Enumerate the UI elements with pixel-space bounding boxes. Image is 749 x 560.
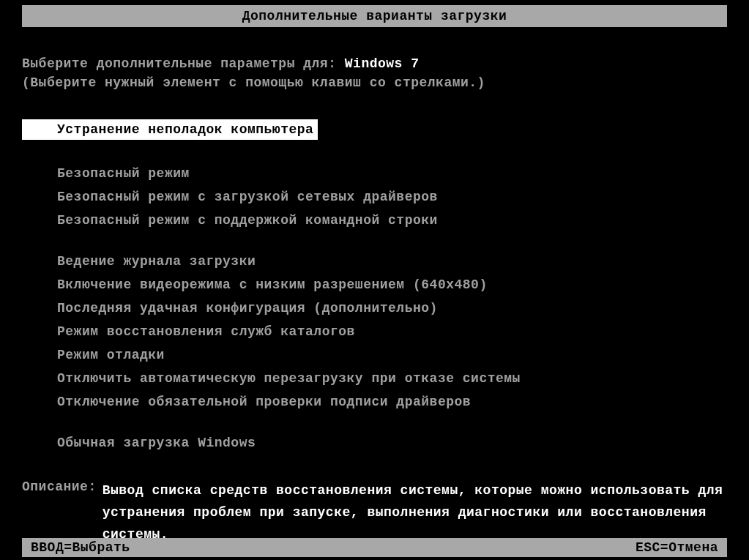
menu-item-label: Последняя удачная конфигурация (дополнит… [57,301,438,316]
menu-item-repair-computer[interactable]: Устранение неполадок компьютера [22,119,318,140]
menu-item-last-known-good[interactable]: Последняя удачная конфигурация (дополнит… [22,298,727,318]
screen-title: Дополнительные варианты загрузки [242,9,507,23]
menu-item-disable-auto-restart[interactable]: Отключить автоматическую перезагрузку пр… [22,368,727,389]
menu-item-label: Безопасный режим с загрузкой сетевых дра… [57,190,438,204]
menu-item-safe-mode-networking[interactable]: Безопасный режим с загрузкой сетевых дра… [22,187,727,207]
menu-item-label: Безопасный режим с поддержкой командной … [57,213,438,228]
title-bar: Дополнительные варианты загрузки [22,5,727,27]
menu-item-label: Режим восстановления служб каталогов [57,324,355,339]
menu-item-label: Устранение неполадок компьютера [57,122,313,137]
footer-cancel-hint: ESC=Отмена [636,538,718,557]
prompt-line: Выберите дополнительные параметры для: W… [22,56,727,71]
footer-bar: ВВОД=Выбрать ESC=Отмена [22,538,727,557]
description-text: Вывод списка средств восстановления сист… [103,479,727,545]
boot-options-menu[interactable]: Устранение неполадок компьютера Безопасн… [22,119,727,453]
menu-item-directory-services-restore[interactable]: Режим восстановления служб каталогов [22,321,727,342]
instruction-text: (Выберите нужный элемент с помощью клави… [22,75,727,90]
menu-item-safe-mode-command-prompt[interactable]: Безопасный режим с поддержкой командной … [22,210,727,231]
menu-item-start-windows-normally[interactable]: Обычная загрузка Windows [22,433,727,453]
menu-item-label: Отключение обязательной проверки подписи… [57,395,471,409]
menu-item-label: Включение видеорежима с низким разрешени… [57,277,488,292]
description-block: Описание: Вывод списка средств восстанов… [22,479,727,545]
prompt-prefix: Выберите дополнительные параметры для: [22,56,345,71]
menu-item-low-res-video[interactable]: Включение видеорежима с низким разрешени… [22,275,727,295]
menu-item-label: Обычная загрузка Windows [57,436,256,450]
menu-item-boot-logging[interactable]: Ведение журнала загрузки [22,251,727,272]
menu-item-label: Ведение журнала загрузки [57,254,256,269]
footer-select-hint: ВВОД=Выбрать [31,538,130,557]
content-area: Выберите дополнительные параметры для: W… [0,27,749,545]
os-name: Windows 7 [345,56,420,71]
description-label: Описание: [22,479,97,494]
menu-item-safe-mode[interactable]: Безопасный режим [22,163,727,184]
menu-item-label: Отключить автоматическую перезагрузку пр… [57,371,521,386]
menu-item-label: Режим отладки [57,348,165,362]
menu-item-label: Безопасный режим [57,166,190,181]
menu-item-debugging-mode[interactable]: Режим отладки [22,345,727,365]
menu-item-disable-driver-signature[interactable]: Отключение обязательной проверки подписи… [22,392,727,412]
